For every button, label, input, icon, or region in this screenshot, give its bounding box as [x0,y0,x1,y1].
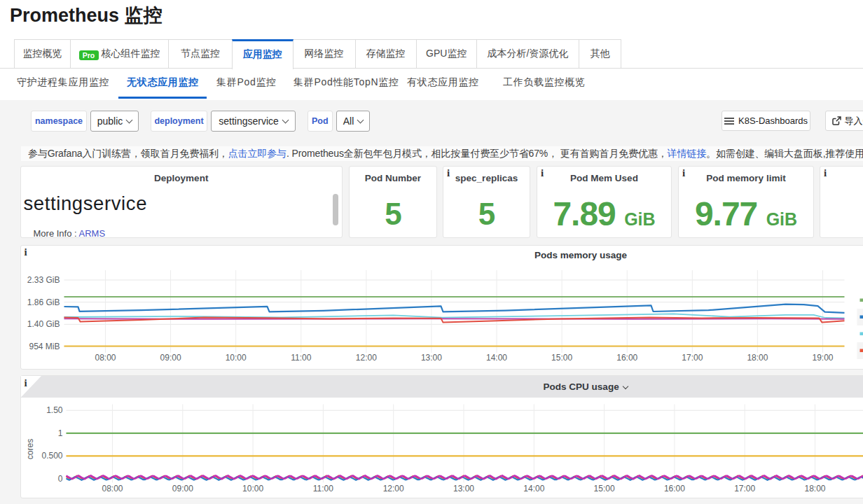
svg-text:15:00: 15:00 [593,483,614,493]
svg-text:17:00: 17:00 [734,483,755,493]
svg-text:0.500: 0.500 [41,451,62,461]
svg-text:cores: cores [25,438,34,458]
svg-text:12:00: 12:00 [355,353,376,363]
svg-text:1.86 GiB: 1.86 GiB [27,298,60,307]
svg-text:09:00: 09:00 [160,353,181,363]
svg-text:2.33 GiB: 2.33 GiB [27,275,60,285]
svg-text:13:00: 13:00 [420,353,441,363]
svg-text:08:00: 08:00 [95,353,116,363]
svg-text:1: 1 [57,428,62,438]
svg-text:12:00: 12:00 [382,483,403,493]
svg-text:1.50: 1.50 [46,405,63,415]
svg-text:18:00: 18:00 [804,483,825,493]
svg-text:08:00: 08:00 [102,483,123,493]
svg-text:19:00: 19:00 [812,353,833,363]
svg-text:954 MiB: 954 MiB [29,342,60,351]
svg-text:10:00: 10:00 [225,353,246,363]
svg-text:14:00: 14:00 [486,353,507,363]
svg-text:15:00: 15:00 [551,353,572,363]
svg-text:10:00: 10:00 [242,483,263,493]
svg-text:09:00: 09:00 [172,483,193,493]
svg-text:0: 0 [57,474,62,484]
svg-text:14:00: 14:00 [523,483,544,493]
svg-text:11:00: 11:00 [291,353,311,363]
svg-text:17:00: 17:00 [682,353,703,363]
svg-text:16:00: 16:00 [663,483,684,493]
svg-text:13:00: 13:00 [453,483,474,493]
svg-text:1.40 GiB: 1.40 GiB [27,319,60,329]
svg-text:11:00: 11:00 [312,483,333,493]
svg-text:16:00: 16:00 [616,353,637,363]
svg-text:18:00: 18:00 [747,353,768,363]
